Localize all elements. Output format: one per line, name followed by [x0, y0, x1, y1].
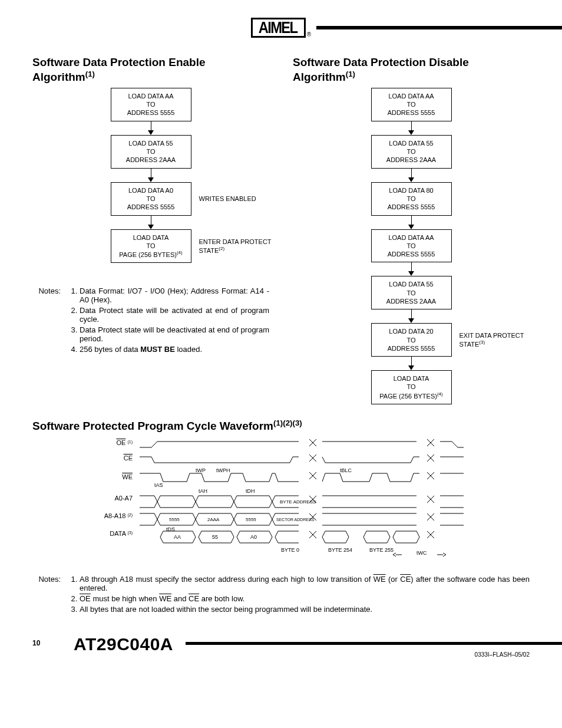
flow-arrow	[408, 216, 414, 229]
svg-text:tBLC: tBLC	[340, 467, 352, 473]
atmel-logo: AIMEL	[251, 18, 306, 38]
flow-arrow	[408, 309, 414, 323]
svg-text:AA: AA	[174, 534, 181, 540]
flow-step: LOAD DATA 55TOADDRESS 2AAA	[111, 135, 191, 169]
note-item: A8 through A18 must specify the sector a…	[80, 575, 530, 592]
svg-text:A0: A0	[250, 534, 257, 540]
flow-arrow	[408, 169, 414, 182]
svg-text:OE (1): OE (1)	[116, 439, 133, 446]
flow-arrow	[408, 262, 414, 276]
svg-text:BYTE 255: BYTE 255	[369, 547, 394, 553]
svg-text:5555: 5555	[246, 517, 256, 522]
svg-text:WE: WE	[122, 473, 133, 480]
note-item: All bytes that are not loaded within the…	[80, 605, 530, 614]
svg-text:BYTE 254: BYTE 254	[328, 547, 352, 553]
svg-text:tWPH: tWPH	[216, 467, 230, 473]
disable-flowchart: LOAD DATA AATOADDRESS 5555LOAD DATA 55TO…	[293, 88, 530, 404]
flow-step: LOAD DATA 55TOADDRESS 2AAA	[371, 135, 452, 169]
notes-label-2: Notes:	[32, 575, 61, 615]
note-item: Data Protect state will be activated at …	[80, 306, 269, 324]
svg-text:tWC: tWC	[416, 550, 427, 556]
notes-list-2: A8 through A18 must specify the sector a…	[69, 575, 530, 615]
svg-text:5555: 5555	[169, 517, 180, 522]
waveform-diagram: OE (1) CE WE tAS	[98, 437, 464, 563]
page-number: 10	[32, 639, 40, 647]
flow-step: LOAD DATA AATOADDRESS 5555	[111, 88, 191, 121]
svg-text:BYTE 0: BYTE 0	[281, 547, 299, 553]
note-item: 256 bytes of data MUST BE loaded.	[80, 345, 269, 354]
flow-side-label: EXIT DATA PROTECT STATE(3)	[459, 331, 548, 348]
flow-arrow	[408, 357, 414, 370]
enable-title: Software Data Protection Enable Algorith…	[32, 55, 269, 84]
notes-list-1: Data Format: I/O7 - I/O0 (Hex); Address …	[69, 286, 269, 355]
notes-label: Notes:	[32, 286, 61, 355]
waveform-title: Software Protected Program Cycle Wavefor…	[32, 419, 530, 433]
flow-arrow	[148, 121, 154, 135]
enable-flowchart: LOAD DATA AATOADDRESS 5555LOAD DATA 55TO…	[32, 88, 269, 263]
flow-arrow	[408, 121, 414, 135]
svg-text:DATA (3): DATA (3)	[110, 530, 133, 537]
notes-block-1: Notes: Data Format: I/O7 - I/O0 (Hex); A…	[32, 286, 269, 355]
svg-text:55: 55	[212, 534, 218, 540]
flow-arrow	[148, 169, 154, 182]
svg-text:tDH: tDH	[246, 488, 255, 494]
svg-text:CE: CE	[124, 454, 133, 462]
flow-step: LOAD DATA AATOADDRESS 5555	[371, 229, 452, 263]
svg-text:tWP: tWP	[196, 467, 206, 473]
flow-side-label: ENTER DATA PROTECT STATE(2)	[199, 238, 287, 255]
note-item: Data Protect state will be deactivated a…	[80, 325, 269, 343]
svg-text:A0-A7: A0-A7	[114, 495, 133, 502]
disable-title: Software Data Protection Disable Algorit…	[293, 55, 530, 84]
page-footer: 10 AT29C040A 0333I–FLASH–05/02	[32, 627, 530, 651]
header-rule	[316, 26, 562, 29]
flow-step: LOAD DATA AATOADDRESS 5555	[371, 88, 452, 121]
svg-text:2AAA: 2AAA	[207, 517, 220, 522]
flow-step: LOAD DATATOPAGE (256 BYTES)(4)	[371, 370, 452, 404]
flow-step: LOAD DATA A0TOADDRESS 5555	[111, 182, 191, 216]
svg-text:SECTOR ADDRESS: SECTOR ADDRESS	[276, 518, 315, 522]
svg-text:A8-A18 (2): A8-A18 (2)	[104, 512, 133, 519]
flow-step: LOAD DATA 80TOADDRESS 5555	[371, 182, 452, 216]
registered-mark: ®	[307, 31, 311, 38]
page-header: AIMEL ®	[32, 18, 530, 38]
note-item: OE must be high when WE and CE are both …	[80, 594, 530, 603]
notes-block-2: Notes: A8 through A18 must specify the s…	[32, 575, 530, 615]
flow-step: LOAD DATATOPAGE (256 BYTES)(4)	[111, 229, 191, 263]
document-id: 0333I–FLASH–05/02	[475, 651, 530, 658]
flow-step: LOAD DATA 55TOADDRESS 2AAA	[371, 276, 452, 309]
flow-step: LOAD DATA 20TOADDRESS 5555	[371, 323, 452, 357]
flow-arrow	[148, 216, 154, 229]
note-item: Data Format: I/O7 - I/O0 (Hex); Address …	[80, 286, 269, 304]
part-number: AT29C040A	[74, 634, 173, 654]
svg-text:tAS: tAS	[154, 482, 163, 488]
svg-text:tAH: tAH	[199, 488, 207, 494]
footer-rule	[186, 642, 562, 645]
flow-side-label: WRITES ENABLED	[199, 195, 287, 203]
